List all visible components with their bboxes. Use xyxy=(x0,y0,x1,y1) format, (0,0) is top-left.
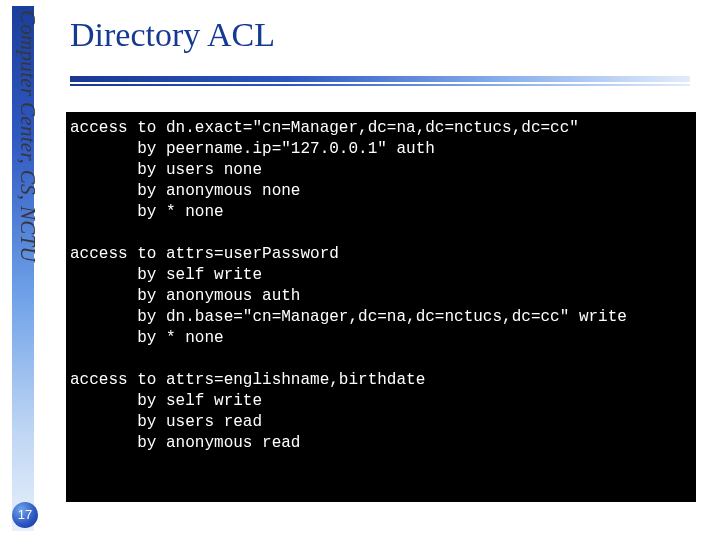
slide: Computer Center, CS, NCTU Directory ACL … xyxy=(0,0,720,540)
page-title: Directory ACL xyxy=(70,16,275,54)
underline-bar-thin xyxy=(70,84,690,86)
page-number-badge: 17 xyxy=(12,502,38,528)
sidebar: Computer Center, CS, NCTU xyxy=(6,6,46,531)
acl-code-block: access to dn.exact="cn=Manager,dc=na,dc=… xyxy=(66,112,696,502)
title-underline xyxy=(70,76,690,90)
sidebar-org-text: Computer Center, CS, NCTU xyxy=(15,10,40,535)
underline-bar-thick xyxy=(70,76,690,82)
